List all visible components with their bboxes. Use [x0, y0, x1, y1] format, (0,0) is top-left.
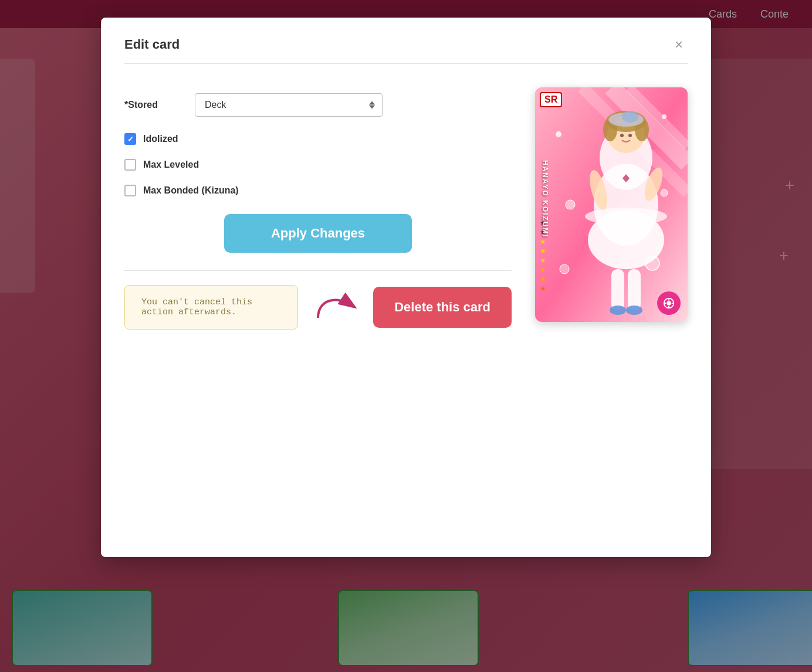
select-up-arrow: [369, 101, 375, 105]
svg-point-11: [622, 111, 638, 123]
modal-divider: [124, 270, 512, 271]
stored-select[interactable]: Deck: [195, 93, 383, 117]
svg-point-17: [566, 200, 575, 209]
modal-header: Edit card ×: [124, 35, 688, 64]
svg-point-31: [666, 301, 671, 305]
select-down-arrow: [369, 106, 375, 109]
card-image-area: SR: [535, 87, 688, 330]
stored-select-wrapper: Deck: [195, 93, 383, 117]
svg-point-28: [628, 134, 632, 137]
card-character-name: HANAYO KOIZUMI: [541, 160, 549, 238]
warning-box: You can't cancel this action afterwards.: [124, 285, 298, 330]
svg-point-20: [560, 264, 569, 274]
card-emblem: [657, 291, 681, 315]
select-arrows: [369, 101, 375, 109]
modal-body: *Stored Deck: [124, 76, 688, 341]
warning-text: You can't cancel this action afterwards.: [141, 297, 252, 317]
curved-arrow-container: [312, 289, 359, 326]
svg-point-27: [620, 134, 624, 137]
card-character-name-wrapper: HANAYO KOIZUMI: [541, 123, 549, 275]
svg-point-15: [556, 131, 561, 137]
modal-title: Edit card: [124, 37, 180, 52]
svg-point-14: [585, 208, 667, 225]
svg-rect-23: [611, 269, 624, 310]
card-illustration: [535, 87, 688, 322]
stored-select-value: Deck: [205, 100, 226, 110]
delete-card-button[interactable]: Delete this card: [373, 287, 512, 328]
max-bonded-row[interactable]: Max Bonded (Kizuna): [124, 185, 512, 196]
svg-point-19: [645, 256, 659, 270]
card-emblem-icon: [662, 297, 675, 310]
idolized-row[interactable]: Idolized: [124, 133, 512, 145]
max-bonded-label: Max Bonded (Kizuna): [143, 185, 239, 196]
checkbox-group: Idolized Max Leveled Max Bonded (Kizuna): [124, 133, 512, 196]
svg-point-26: [626, 306, 642, 315]
delete-section: You can't cancel this action afterwards.: [124, 285, 512, 330]
card-character-svg: [535, 87, 688, 322]
star-8: ★: [540, 284, 546, 293]
max-bonded-checkbox[interactable]: [124, 185, 136, 196]
max-leveled-row[interactable]: Max Leveled: [124, 159, 512, 171]
svg-point-18: [661, 189, 668, 196]
modal-close-button[interactable]: ×: [670, 35, 688, 54]
edit-card-modal: Edit card × *Stored Deck: [101, 18, 711, 557]
stored-label: *Stored: [124, 100, 195, 110]
card-image: SR: [535, 87, 688, 322]
modal-form: *Stored Deck: [124, 87, 512, 330]
modal-overlay: Edit card × *Stored Deck: [0, 0, 812, 672]
max-leveled-label: Max Leveled: [143, 159, 199, 170]
svg-point-16: [662, 114, 666, 119]
svg-rect-24: [628, 269, 641, 310]
star-7: ★: [540, 275, 546, 283]
idolized-label: Idolized: [143, 134, 178, 144]
idolized-checkbox[interactable]: [124, 133, 136, 145]
max-leveled-checkbox[interactable]: [124, 159, 136, 171]
apply-changes-button[interactable]: Apply Changes: [224, 214, 412, 253]
curved-arrow-icon: [312, 289, 359, 324]
svg-point-25: [610, 306, 626, 315]
card-sr-badge: SR: [540, 92, 562, 107]
stored-row: *Stored Deck: [124, 93, 512, 117]
